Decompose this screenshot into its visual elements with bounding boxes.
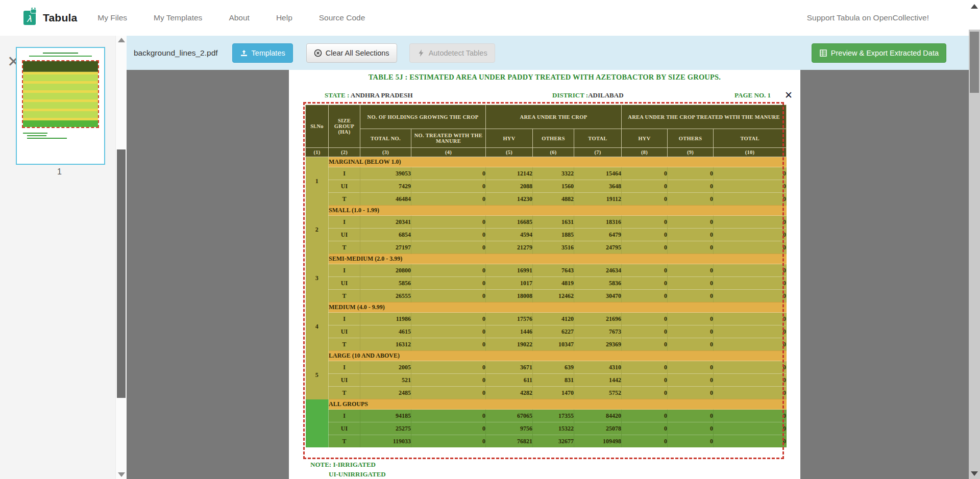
template-icon xyxy=(240,49,248,57)
table-icon xyxy=(819,49,827,57)
document-viewer: TABLE 5J : ESTIMATED AREA UNDER PADDY TR… xyxy=(127,70,969,479)
toolbar: background_lines_2.pdf Templates Clear A… xyxy=(127,36,969,70)
brand-title: Tabula xyxy=(43,12,77,24)
thumbnail-rows xyxy=(23,74,98,81)
scroll-up-icon[interactable] xyxy=(971,4,978,9)
autodetect-tables-button[interactable]: Autodetect Tables xyxy=(409,43,495,63)
thumbnail-mini-page xyxy=(17,48,104,164)
nav-item-my-templates[interactable]: My Templates xyxy=(154,13,202,22)
tabula-app: λ Tabula My Files My Templates About Hel… xyxy=(0,0,980,479)
nav-items: My Files My Templates About Help Source … xyxy=(97,13,365,22)
tabula-logo-icon: λ xyxy=(22,8,38,28)
brand-link[interactable]: λ Tabula xyxy=(22,8,77,28)
thumbnail-subtitle-line xyxy=(29,56,92,57)
state-field: STATE : ANDHRA PRADESH xyxy=(325,91,413,99)
nav-item-my-files[interactable]: My Files xyxy=(97,13,127,22)
svg-text:λ: λ xyxy=(27,14,32,24)
thumbnail-table-rows xyxy=(23,72,98,127)
thumbnail-rows xyxy=(23,93,98,99)
thumbnail-note-line xyxy=(27,135,46,136)
pdf-table-title: TABLE 5J : ESTIMATED AREA UNDER PADDY TR… xyxy=(289,73,800,82)
selection-close-icon[interactable]: ✕ xyxy=(785,90,793,100)
pdf-notes: NOTE: I-IRRIGATED UI-UNIRRIGATED xyxy=(289,461,386,478)
templates-button-label: Templates xyxy=(252,49,285,57)
thumbnail-rows xyxy=(23,120,98,127)
district-value: ADILABAD xyxy=(588,91,623,99)
state-value: ANDHRA PRADESH xyxy=(351,91,413,99)
clear-all-selections-label: Clear All Selections xyxy=(326,49,389,57)
nav-item-about[interactable]: About xyxy=(229,13,250,22)
document-filename: background_lines_2.pdf xyxy=(134,48,218,58)
thumbnail-note-line xyxy=(27,138,67,139)
page-no-label: PAGE NO. 1 xyxy=(734,91,771,99)
scroll-down-icon[interactable] xyxy=(971,471,978,476)
note-unirrigated: UI-UNIRRIGATED xyxy=(329,470,386,478)
window-scrollbar-track[interactable] xyxy=(969,30,980,479)
pdf-page[interactable]: TABLE 5J : ESTIMATED AREA UNDER PADDY TR… xyxy=(289,70,800,479)
thumbnail-note-line xyxy=(23,133,47,134)
state-label: STATE : xyxy=(325,91,351,99)
navbar: λ Tabula My Files My Templates About Hel… xyxy=(0,0,980,36)
district-field: DISTRICT :ADILABAD xyxy=(552,91,624,99)
thumbnail-rows xyxy=(23,111,98,118)
templates-button[interactable]: Templates xyxy=(232,43,293,63)
thumbnail-table-header xyxy=(23,61,98,72)
lightning-icon xyxy=(417,49,425,57)
page-thumbnail[interactable] xyxy=(16,47,105,165)
note-irrigated: NOTE: I-IRRIGATED xyxy=(310,461,386,469)
thumbnail-rows xyxy=(23,102,98,109)
support-link[interactable]: Support Tabula on OpenCollective! xyxy=(807,13,929,22)
clear-all-selections-button[interactable]: Clear All Selections xyxy=(306,43,397,63)
window-scrollbar-thumb[interactable] xyxy=(970,32,979,93)
circled-x-icon xyxy=(314,49,322,57)
district-label: DISTRICT : xyxy=(552,91,588,99)
preview-export-label: Preview & Export Extracted Data xyxy=(831,49,939,57)
scroll-up-icon[interactable] xyxy=(118,38,125,42)
thumbnail-rows xyxy=(23,84,98,90)
nav-item-help[interactable]: Help xyxy=(276,13,292,22)
window-scrollbar[interactable] xyxy=(969,0,980,479)
thumbnail-title-line xyxy=(43,53,78,54)
sidebar-scrollbar-thumb[interactable] xyxy=(117,149,126,398)
autodetect-tables-label: Autodetect Tables xyxy=(429,49,487,57)
thumbnail-selection-rect xyxy=(22,60,99,128)
page-thumbnail-sidebar: ✕ 1 xyxy=(0,36,115,479)
scroll-down-icon[interactable] xyxy=(118,472,125,477)
preview-export-button[interactable]: Preview & Export Extracted Data xyxy=(812,43,946,63)
nav-item-source-code[interactable]: Source Code xyxy=(319,13,365,22)
table-selection-overlay[interactable] xyxy=(303,102,784,459)
pdf-meta-row: STATE : ANDHRA PRADESH DISTRICT :ADILABA… xyxy=(289,91,800,100)
page-number-label: 1 xyxy=(16,167,103,177)
sidebar-scrollbar[interactable] xyxy=(115,36,127,479)
